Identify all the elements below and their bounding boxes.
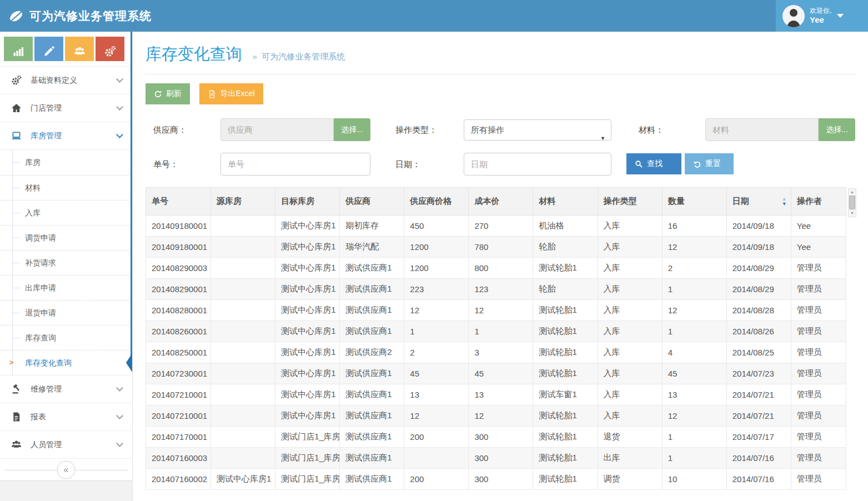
scroll-up-icon[interactable]: ▲ — [849, 189, 856, 195]
sidebar-subitem-2[interactable]: 材料 — [0, 175, 132, 200]
scroll-down-icon[interactable]: ▼ — [849, 210, 856, 216]
sidebar-collapse-button[interactable]: « — [57, 460, 76, 479]
app-brand: 可为汽修业务管理系统 — [0, 8, 152, 24]
date-input[interactable] — [464, 153, 611, 176]
sidebar-item-stores[interactable]: 门店管理 — [0, 94, 132, 122]
table-cell — [211, 237, 275, 258]
table-cell: 201407170001 — [146, 427, 211, 448]
table-cell: 测试供应商1 — [340, 279, 404, 300]
column-header-7[interactable]: 材料 — [533, 188, 598, 216]
column-header-8[interactable]: 操作类型 — [598, 188, 662, 216]
scrollbar-thumb[interactable] — [849, 196, 855, 209]
column-header-10[interactable]: 日期▲▼ — [726, 188, 791, 216]
table-cell: 200 — [404, 427, 469, 448]
table-cell: 入库 — [598, 363, 662, 384]
sidebar-subitem-5[interactable]: 补货请求 — [0, 250, 132, 275]
table-cell — [211, 405, 275, 427]
table-cell: 1 — [469, 321, 533, 342]
table-row[interactable]: 201408260001测试中心库房1测试供应商111测试轮胎1入库12014/… — [146, 321, 846, 342]
column-header-1[interactable]: 单号 — [146, 188, 211, 216]
sidebar-item-base-data[interactable]: 基础资料定义 — [0, 66, 132, 94]
table-cell: 管理员 — [791, 321, 846, 342]
sidebar-item-label: 库房管理 — [31, 131, 117, 141]
export-excel-button[interactable]: 导出Excel — [199, 83, 263, 104]
table-cell: 201407160003 — [146, 448, 211, 469]
sidebar-subitem-6[interactable]: 出库申请 — [0, 275, 132, 300]
table-cell — [211, 279, 275, 300]
warehouse-submenu: 库房材料入库调货申请补货请求出库申请退货申请库存查询>库存变化查询 — [0, 149, 132, 375]
table-row[interactable]: 201407160003测试门店1_库房1测试供应商1300测试轮胎1出库120… — [146, 448, 846, 469]
column-label: 操作类型 — [604, 196, 637, 206]
column-header-5[interactable]: 供应商价格 — [404, 188, 469, 216]
supplier-pick-button[interactable]: 选择... — [334, 118, 370, 141]
column-label: 单号 — [152, 196, 168, 206]
table-cell: 201407210001 — [146, 384, 211, 405]
subitem-label: 退货申请 — [25, 308, 56, 317]
sidebar-subitem-4[interactable]: 调货申请 — [0, 225, 132, 250]
sidebar-item-warehouse[interactable]: 库房管理 — [0, 122, 132, 149]
material-pick-button[interactable]: 选择... — [819, 118, 855, 141]
table-cell — [404, 448, 469, 469]
table-cell: 管理员 — [791, 469, 846, 490]
column-header-3[interactable]: 目标库房 — [275, 188, 340, 216]
sidebar-subitem-8[interactable]: 库存查询 — [0, 325, 132, 350]
chevron-down-icon — [116, 103, 123, 111]
table-cell: 200 — [404, 469, 469, 490]
users-quick-button[interactable] — [65, 37, 94, 61]
select-caret-icon: ▼ — [600, 128, 605, 148]
sidebar-item-repair[interactable]: 维修管理 — [0, 375, 132, 403]
welcome-text: 欢迎你, — [810, 7, 831, 15]
column-header-11[interactable]: 操作者 — [791, 188, 846, 216]
refresh-button[interactable]: 刷新 — [145, 83, 190, 104]
sidebar-subitem-1[interactable]: 库房 — [0, 150, 132, 175]
supplier-input[interactable] — [220, 118, 334, 141]
operation-type-select[interactable]: 所有操作 ▼ — [464, 119, 611, 141]
sidebar-subitem-9[interactable]: >库存变化查询 — [0, 350, 132, 375]
column-header-6[interactable]: 成本价 — [469, 188, 533, 216]
table-cell: 2014/07/23 — [726, 363, 791, 384]
sidebar-item-staff[interactable]: 人员管理 — [0, 430, 132, 458]
table-row[interactable]: 201407210001测试中心库房1测试供应商11212测试轮胎1入库1220… — [146, 405, 846, 427]
export-label: 导出Excel — [220, 89, 254, 99]
table-row[interactable]: 201407230001测试中心库房1测试供应商14545测试轮胎1入库4520… — [146, 363, 846, 384]
table-row[interactable]: 201408290003测试中心库房1测试供应商11200800测试轮胎1入库2… — [146, 258, 846, 279]
inventory-change-table: 单号源库房目标库房供应商供应商价格成本价材料操作类型数量日期▲▼操作者 2014… — [145, 187, 846, 490]
table-row[interactable]: 201408250001测试中心库房1测试供应商223测试轮胎1入库42014/… — [146, 342, 846, 363]
order-no-input[interactable] — [220, 153, 370, 176]
undo-icon — [693, 160, 701, 168]
sidebar-subitem-7[interactable]: 退货申请 — [0, 300, 132, 325]
table-row[interactable]: 201407210001测试中心库房1测试供应商11313测试车窗1入库1320… — [146, 384, 846, 405]
user-menu[interactable]: 欢迎你, Yee — [776, 0, 868, 32]
subitem-label: 入库 — [25, 208, 41, 217]
material-input[interactable] — [705, 118, 819, 141]
subitem-label: 库存变化查询 — [25, 358, 72, 367]
table-cell: 13 — [662, 384, 726, 405]
bar-chart-icon — [13, 46, 24, 57]
table-row[interactable]: 201408290001测试中心库房1测试供应商1223123轮胎入库12014… — [146, 279, 846, 300]
username: Yee — [810, 15, 831, 26]
table-row[interactable]: 201409180001测试中心库房1期初库存450270机油格入库162014… — [146, 216, 846, 237]
column-header-2[interactable]: 源库房 — [211, 188, 275, 216]
table-cell: 测试中心库房1 — [275, 258, 340, 279]
table-cell: 入库 — [598, 405, 662, 427]
table-row[interactable]: 201408280001测试中心库房1测试供应商11212测试轮胎1入库1220… — [146, 300, 846, 321]
table-row[interactable]: 201409180001测试中心库房1瑞华汽配1200780轮胎入库122014… — [146, 237, 846, 258]
table-cell: 201409180001 — [146, 237, 211, 258]
settings-quick-button[interactable] — [96, 37, 124, 61]
table-cell: 201408290003 — [146, 258, 211, 279]
sidebar-subitem-3[interactable]: 入库 — [0, 200, 132, 225]
search-button[interactable]: 查找 — [626, 153, 681, 174]
reset-button[interactable]: 重置 — [685, 153, 734, 174]
column-header-4[interactable]: 供应商 — [340, 188, 404, 216]
column-label: 材料 — [539, 196, 555, 206]
table-cell: 机油格 — [533, 216, 598, 237]
table-cell: 1200 — [404, 237, 469, 258]
edit-quick-button[interactable] — [34, 37, 63, 61]
stats-quick-button[interactable] — [4, 37, 33, 61]
column-header-9[interactable]: 数量 — [662, 188, 726, 216]
table-scrollbar[interactable]: ▲ ▼ — [848, 188, 856, 217]
table-row[interactable]: 201407170001测试门店1_库房1测试供应商1200300测试轮胎1退货… — [146, 427, 846, 448]
table-row[interactable]: 201407160002测试中心库房1测试门店1_库房1测试供应商1200300… — [146, 469, 846, 490]
sidebar-item-reports[interactable]: 报表 — [0, 403, 132, 430]
table-cell: 管理员 — [791, 448, 846, 469]
